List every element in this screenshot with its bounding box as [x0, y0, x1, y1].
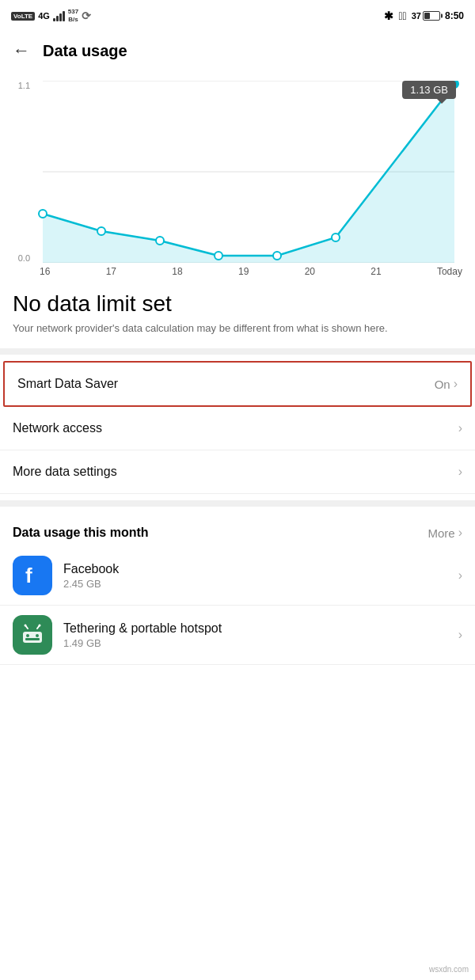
svg-rect-15: [25, 638, 40, 640]
data-usage-title: Data usage this month: [13, 526, 149, 540]
facebook-app-data: 2.45 GB: [63, 578, 447, 590]
svg-point-8: [273, 252, 281, 260]
status-bar: VoLTE 4G 537 B/s ⟳ ✱ 🔔⃠ 37 8:50: [0, 0, 475, 28]
network-access-item[interactable]: Network access ›: [0, 407, 475, 450]
more-data-settings-right: ›: [458, 465, 462, 479]
svg-point-4: [39, 210, 47, 218]
chart-x-labels: 16 17 18 19 20 21 Today: [13, 263, 462, 277]
tethering-app-icon: [13, 615, 52, 655]
more-data-settings-item[interactable]: More data settings ›: [0, 450, 475, 494]
app-item-facebook[interactable]: f Facebook 2.45 GB ›: [0, 546, 475, 606]
x-label-18: 18: [172, 266, 182, 277]
svg-rect-12: [23, 632, 42, 643]
facebook-app-info: Facebook 2.45 GB: [63, 562, 447, 590]
svg-point-14: [36, 634, 39, 637]
svg-marker-3: [43, 84, 454, 263]
network-access-right: ›: [458, 421, 462, 435]
data-chart: [35, 81, 462, 263]
facebook-app-icon: f: [13, 556, 52, 595]
bluetooth-icon: ✱: [384, 9, 393, 22]
info-section: No data limit set Your network provider'…: [0, 279, 475, 342]
no-limit-desc: Your network provider's data calculation…: [13, 321, 462, 336]
svg-point-19: [39, 625, 41, 627]
more-label: More: [428, 526, 454, 540]
battery-indicator: 37: [412, 11, 440, 21]
page-title: Data usage: [43, 42, 127, 60]
svg-point-9: [332, 234, 340, 241]
chart-y-axis: 1.1 0.0: [13, 81, 35, 263]
svg-point-18: [25, 625, 27, 627]
data-usage-section-header: Data usage this month More ›: [0, 513, 475, 546]
x-label-17: 17: [106, 266, 116, 277]
network-access-chevron: ›: [458, 421, 462, 435]
mute-icon: 🔔⃠: [398, 9, 406, 22]
settings-list: Smart Data Saver On › Network access › M…: [0, 361, 475, 494]
y-axis-bottom: 0.0: [18, 253, 30, 263]
section-divider-2: [0, 500, 475, 507]
battery-percent: 37: [412, 11, 421, 21]
status-bar-left: VoLTE 4G 537 B/s ⟳: [11, 8, 91, 23]
volte-badge: VoLTE: [11, 12, 35, 21]
svg-point-7: [215, 252, 222, 260]
more-data-settings-chevron: ›: [458, 465, 462, 479]
svg-text:f: f: [25, 564, 32, 587]
refresh-icon: ⟳: [82, 9, 91, 22]
status-bar-right: ✱ 🔔⃠ 37 8:50: [384, 9, 464, 22]
watermark: wsxdn.com: [429, 965, 469, 974]
smart-data-saver-right: On ›: [435, 377, 458, 391]
tethering-app-info: Tethering & portable hotspot 1.49 GB: [63, 621, 447, 649]
more-chevron: ›: [458, 526, 462, 540]
more-button[interactable]: More ›: [428, 526, 462, 540]
smart-data-saver-chevron: ›: [454, 377, 458, 391]
y-axis-top: 1.1: [18, 81, 30, 90]
app-item-tethering[interactable]: Tethering & portable hotspot 1.49 GB ›: [0, 606, 475, 665]
svg-point-6: [156, 237, 164, 245]
x-label-16: 16: [40, 266, 50, 277]
section-divider-1: [0, 348, 475, 355]
tethering-app-name: Tethering & portable hotspot: [63, 621, 447, 636]
tethering-chevron: ›: [458, 628, 462, 642]
tethering-app-data: 1.49 GB: [63, 637, 447, 649]
svg-point-13: [26, 634, 29, 637]
x-label-20: 20: [305, 266, 315, 277]
svg-point-5: [97, 227, 105, 235]
signal-type: 4G: [38, 11, 50, 21]
time-display: 8:50: [445, 10, 464, 21]
x-label-19: 19: [238, 266, 249, 277]
network-access-label: Network access: [13, 421, 102, 435]
chart-container: 1.13 GB 1.1 0.0 16 17: [0, 73, 475, 277]
smart-data-saver-item[interactable]: Smart Data Saver On ›: [3, 361, 472, 407]
back-button[interactable]: ←: [13, 40, 30, 61]
smart-data-saver-status: On: [435, 378, 450, 391]
facebook-app-name: Facebook: [63, 562, 447, 576]
x-label-21: 21: [370, 266, 381, 277]
chart-tooltip: 1.13 GB: [402, 81, 456, 99]
x-label-today: Today: [437, 266, 462, 277]
more-data-settings-label: More data settings: [13, 465, 117, 479]
no-limit-title: No data limit set: [13, 291, 462, 317]
smart-data-saver-label: Smart Data Saver: [17, 377, 118, 391]
signal-bars: [53, 10, 65, 21]
top-bar: ← Data usage: [0, 28, 475, 73]
facebook-chevron: ›: [458, 568, 462, 583]
data-speed: 537 B/s: [68, 8, 78, 23]
